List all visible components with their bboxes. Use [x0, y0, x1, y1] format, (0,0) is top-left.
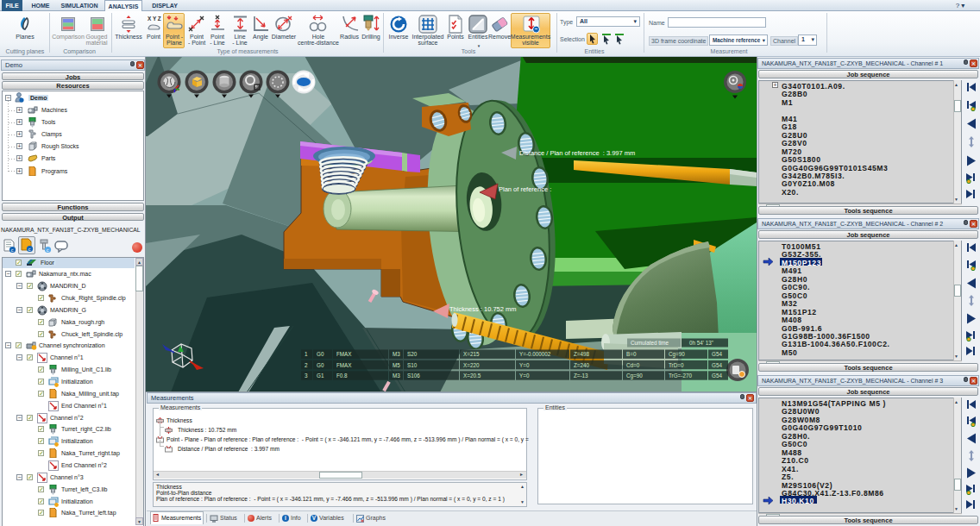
svg-text:TrG=-270: TrG=-270: [669, 373, 692, 379]
svg-text:B=0: B=0: [626, 351, 637, 357]
svg-text:M3: M3: [393, 373, 400, 379]
svg-text:c: c: [11, 247, 14, 253]
svg-text:S10: S10: [407, 362, 418, 368]
svg-text:G54: G54: [712, 373, 722, 379]
svg-text:G54: G54: [712, 351, 722, 357]
svg-text:c: c: [28, 247, 31, 252]
svg-text:Thickness : 10.752 mm: Thickness : 10.752 mm: [449, 305, 517, 313]
svg-text:Y=0: Y=0: [519, 362, 530, 368]
svg-text:Distance / Plan of reference: Distance / Plan of reference : 3.997 mm: [519, 149, 635, 157]
svg-text:G0: G0: [317, 362, 324, 368]
svg-text:TrD=0: TrD=0: [669, 362, 684, 368]
svg-text:S20: S20: [407, 351, 418, 357]
svg-text:Y=-0.000002: Y=-0.000002: [519, 351, 551, 357]
svg-text:M5: M5: [393, 362, 400, 368]
svg-text:M3: M3: [393, 351, 400, 357]
svg-text:Plan of reference :: Plan of reference :: [499, 185, 551, 193]
svg-text:Cg=90: Cg=90: [669, 351, 685, 358]
svg-text:0h 54' 13": 0h 54' 13": [689, 340, 713, 346]
svg-text:F0.8: F0.8: [336, 373, 348, 379]
svg-text:X=20.5: X=20.5: [463, 373, 481, 379]
svg-text:Cg=90: Cg=90: [626, 373, 643, 379]
svg-text:S106: S106: [407, 373, 420, 379]
svg-text:Z=-13: Z=-13: [574, 373, 588, 379]
svg-text:Cd=0: Cd=0: [626, 362, 640, 368]
svg-text:X Y Z: X Y Z: [148, 16, 161, 22]
svg-text:FMAX: FMAX: [336, 362, 352, 368]
svg-text:2: 2: [305, 362, 308, 368]
svg-text:Z=240: Z=240: [574, 362, 590, 368]
svg-text:c: c: [47, 247, 49, 253]
svg-text:Z=498: Z=498: [574, 351, 590, 357]
svg-text:1: 1: [305, 351, 308, 357]
svg-text:X=220: X=220: [463, 362, 480, 368]
svg-text:G1: G1: [317, 373, 324, 379]
svg-text:G54: G54: [712, 362, 722, 368]
svg-text:3: 3: [305, 373, 308, 379]
svg-text:X=215: X=215: [463, 351, 480, 357]
svg-text:G0: G0: [317, 351, 324, 357]
svg-text:Y=0: Y=0: [519, 373, 530, 379]
svg-text:FMAX: FMAX: [336, 351, 352, 357]
svg-text:Cumulated time: Cumulated time: [631, 340, 669, 346]
